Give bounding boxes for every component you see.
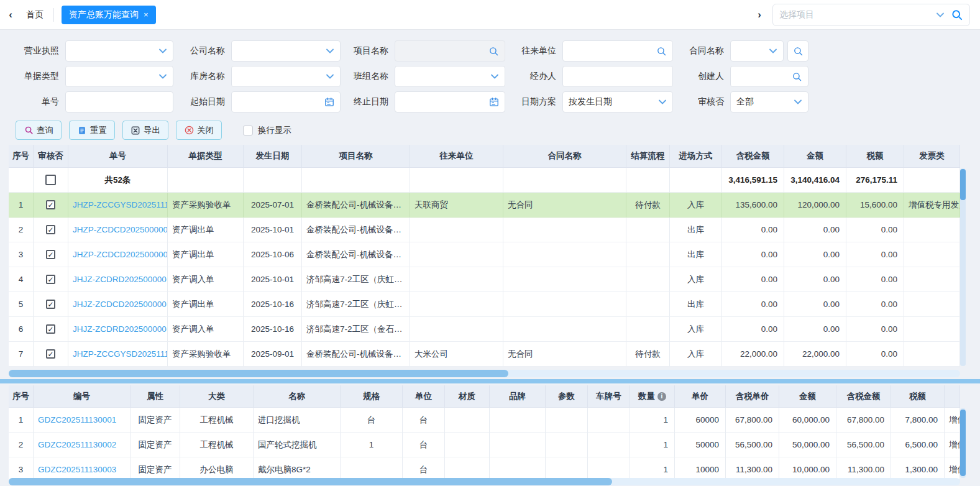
toolbar: 查询 重置 导出 关闭 换行显示 bbox=[16, 121, 291, 140]
filter-date-input[interactable] bbox=[231, 91, 341, 112]
table-splitter-handle[interactable] bbox=[0, 379, 980, 383]
column-header[interactable]: 金额 bbox=[779, 385, 836, 408]
column-header[interactable]: 税额 bbox=[891, 385, 945, 408]
calendar-icon[interactable] bbox=[489, 97, 499, 107]
column-header[interactable]: 规格 bbox=[341, 385, 403, 408]
table-row[interactable]: 6✓JHJZ-ZCDRD202500000资产调入单2025-10-16济邹高速… bbox=[9, 317, 960, 342]
filter-select[interactable] bbox=[231, 66, 341, 87]
column-header[interactable]: 往来单位 bbox=[410, 145, 503, 168]
tab-close-icon[interactable]: × bbox=[144, 10, 149, 19]
filter-search-button[interactable] bbox=[787, 40, 808, 62]
filter-search-input[interactable] bbox=[395, 40, 505, 62]
filter-select[interactable]: 全部 bbox=[730, 91, 808, 112]
column-header[interactable]: 进场方式 bbox=[670, 145, 722, 168]
filter-text-input[interactable] bbox=[562, 66, 673, 87]
close-button[interactable]: 关闭 bbox=[176, 121, 222, 140]
column-header[interactable]: 数量i bbox=[630, 385, 675, 408]
filter-text-input[interactable] bbox=[65, 91, 173, 112]
search-icon[interactable] bbox=[656, 46, 667, 57]
row-checkbox[interactable]: ✓ bbox=[46, 300, 55, 309]
doc-number-link[interactable]: JHZP-ZCCGYSD2025111 bbox=[68, 342, 168, 367]
filter-select[interactable] bbox=[65, 40, 173, 62]
column-header[interactable]: 发票类 bbox=[904, 145, 960, 168]
column-header[interactable]: 属性 bbox=[131, 385, 180, 408]
asset-code-link[interactable]: GDZC202511130001 bbox=[34, 408, 131, 433]
filter-select[interactable]: 按发生日期 bbox=[562, 91, 673, 112]
column-header[interactable]: 单号 bbox=[68, 145, 168, 168]
wrap-display-checkbox[interactable]: 换行显示 bbox=[243, 125, 291, 136]
table-row[interactable]: 5✓JHJZ-ZCDCD202500000资产调出单2025-10-16济邹高速… bbox=[9, 292, 960, 317]
doc-number-link[interactable]: JHZP-ZCDCD202500000 bbox=[68, 218, 168, 242]
reset-button[interactable]: 重置 bbox=[69, 121, 115, 140]
column-header[interactable]: 车牌号 bbox=[588, 385, 630, 408]
detail-table-hscroll-thumb[interactable] bbox=[9, 478, 612, 485]
query-button[interactable]: 查询 bbox=[16, 121, 62, 140]
column-header[interactable]: 项目名称 bbox=[302, 145, 410, 168]
table-row[interactable]: 4✓JHJZ-ZCDRD202500000资产调入单2025-10-01济邹高速… bbox=[9, 267, 960, 292]
filter-select[interactable] bbox=[395, 66, 505, 87]
column-header[interactable]: 参数 bbox=[546, 385, 588, 408]
filter-select[interactable] bbox=[65, 66, 173, 87]
column-header[interactable]: 含税单价 bbox=[726, 385, 779, 408]
column-header[interactable]: 金额 bbox=[784, 145, 846, 168]
tab-home[interactable]: 首页 bbox=[21, 9, 53, 21]
doc-number-link[interactable]: JHZP-ZCCGYSD2025111 bbox=[68, 193, 168, 218]
tabs-scroll-right-icon[interactable]: › bbox=[749, 9, 770, 21]
column-header[interactable]: 单价 bbox=[675, 385, 726, 408]
table-row[interactable]: 1✓JHZP-ZCCGYSD2025111资产采购验收单2025-07-01金桥… bbox=[9, 193, 960, 218]
column-header[interactable]: 序号 bbox=[9, 385, 34, 408]
row-checkbox[interactable]: ✓ bbox=[46, 349, 55, 359]
doc-number-link[interactable]: JHJZ-ZCDCD202500000 bbox=[68, 292, 168, 317]
table-row[interactable]: 1GDZC202511130001固定资产工程机械进口挖掘机台台16000067… bbox=[9, 408, 960, 433]
column-header[interactable]: 材质 bbox=[445, 385, 490, 408]
select-all-checkbox[interactable] bbox=[45, 175, 56, 185]
main-table-hscroll-thumb[interactable] bbox=[9, 370, 508, 377]
column-header[interactable]: 品牌 bbox=[490, 385, 546, 408]
filter-select[interactable] bbox=[231, 40, 341, 62]
main-table-vscroll-thumb[interactable] bbox=[960, 169, 966, 200]
column-header[interactable]: 名称 bbox=[254, 385, 341, 408]
column-header[interactable]: 发生日期 bbox=[244, 145, 302, 168]
asset-code-link[interactable]: GDZC202511130002 bbox=[34, 433, 131, 457]
table-row[interactable]: 7✓JHZP-ZCCGYSD2025111资产采购验收单2025-09-01金桥… bbox=[9, 342, 960, 367]
row-checkbox[interactable]: ✓ bbox=[46, 225, 55, 234]
column-header[interactable]: 审核否 bbox=[34, 145, 68, 168]
doc-number-link[interactable]: JHJZ-ZCDRD202500000 bbox=[68, 267, 168, 292]
filter-date-input[interactable] bbox=[395, 91, 505, 112]
column-header[interactable] bbox=[945, 385, 960, 408]
column-header[interactable]: 含税金额 bbox=[722, 145, 784, 168]
column-header[interactable]: 单位 bbox=[403, 385, 445, 408]
row-checkbox[interactable]: ✓ bbox=[46, 275, 55, 284]
column-header[interactable]: 单据类型 bbox=[168, 145, 244, 168]
column-header[interactable]: 编号 bbox=[34, 385, 131, 408]
search-icon[interactable] bbox=[488, 46, 499, 57]
filter-select[interactable] bbox=[730, 40, 784, 62]
cell-contract bbox=[503, 242, 626, 267]
row-checkbox[interactable]: ✓ bbox=[46, 200, 55, 209]
search-icon[interactable] bbox=[951, 9, 963, 21]
detail-table-vscroll-thumb[interactable] bbox=[960, 410, 966, 476]
column-header[interactable]: 合同名称 bbox=[503, 145, 626, 168]
table-row[interactable]: 2GDZC202511130002固定资产工程机械国产轮式挖掘机1台150000… bbox=[9, 433, 960, 457]
column-header[interactable]: 大类 bbox=[180, 385, 254, 408]
row-checkbox[interactable]: ✓ bbox=[46, 250, 55, 259]
doc-number-link[interactable]: JHZP-ZCDCD202500000 bbox=[68, 242, 168, 267]
column-header[interactable]: 结算流程 bbox=[626, 145, 670, 168]
filter-search-input[interactable] bbox=[730, 66, 808, 87]
table-row[interactable]: 3✓JHZP-ZCDCD202500000资产调出单2025-10-06金桥装配… bbox=[9, 242, 960, 267]
info-icon[interactable]: i bbox=[657, 392, 666, 401]
search-icon[interactable] bbox=[792, 71, 802, 82]
column-header[interactable]: 税额 bbox=[846, 145, 904, 168]
row-checkbox[interactable]: ✓ bbox=[46, 324, 55, 334]
export-button[interactable]: 导出 bbox=[122, 121, 168, 140]
calendar-icon[interactable] bbox=[324, 97, 334, 107]
tab-active[interactable]: 资产总账万能查询 × bbox=[62, 6, 156, 24]
project-select[interactable]: 选择项目 bbox=[772, 4, 970, 26]
filter-search-input[interactable] bbox=[562, 40, 673, 62]
table-row[interactable]: 2✓JHZP-ZCDCD202500000资产调出单2025-10-01金桥装配… bbox=[9, 218, 960, 242]
checkbox-unchecked[interactable] bbox=[243, 126, 253, 135]
column-header[interactable]: 含税金额 bbox=[836, 385, 891, 408]
tabs-scroll-left-icon[interactable]: ‹ bbox=[0, 9, 21, 21]
doc-number-link[interactable]: JHJZ-ZCDRD202500000 bbox=[68, 317, 168, 342]
column-header[interactable]: 序号 bbox=[9, 145, 34, 168]
